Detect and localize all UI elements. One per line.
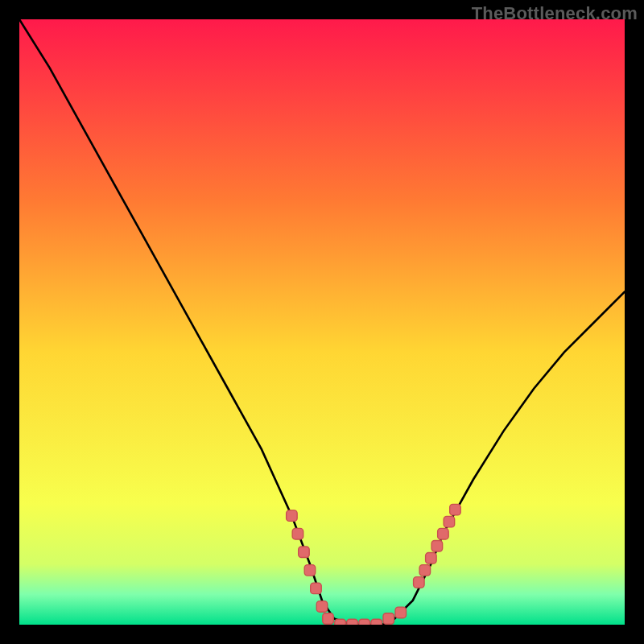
marker bbox=[304, 565, 316, 576]
marker bbox=[299, 547, 310, 558]
marker bbox=[347, 619, 358, 625]
marker bbox=[431, 540, 443, 551]
marker bbox=[450, 504, 461, 515]
marker bbox=[311, 583, 322, 594]
marker bbox=[395, 607, 407, 618]
marker bbox=[323, 613, 334, 625]
chart-frame: TheBottleneck.com bbox=[0, 0, 644, 644]
plot-background bbox=[19, 19, 625, 625]
marker bbox=[426, 553, 437, 564]
marker bbox=[371, 619, 382, 625]
marker bbox=[335, 619, 346, 625]
marker bbox=[444, 516, 455, 527]
chart-plot bbox=[19, 19, 625, 625]
marker bbox=[438, 528, 449, 539]
marker bbox=[419, 565, 431, 576]
marker bbox=[292, 528, 303, 539]
marker bbox=[383, 613, 394, 625]
marker bbox=[287, 510, 298, 522]
marker bbox=[316, 601, 328, 613]
marker bbox=[414, 577, 425, 588]
marker bbox=[359, 619, 370, 625]
